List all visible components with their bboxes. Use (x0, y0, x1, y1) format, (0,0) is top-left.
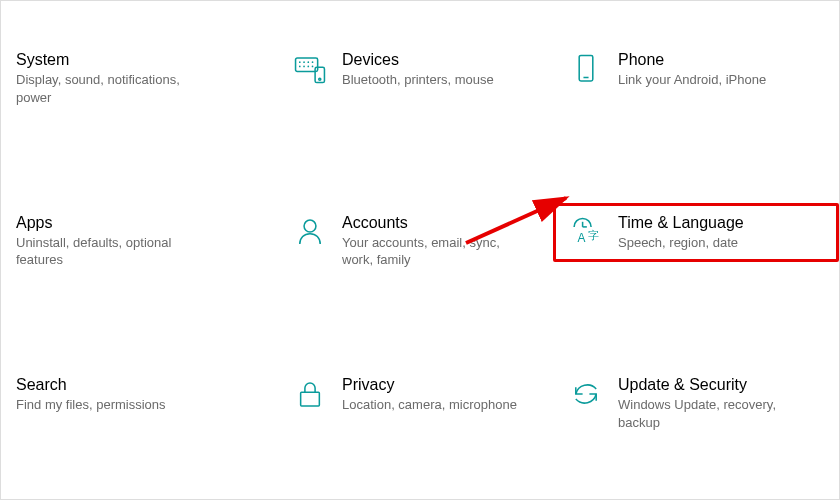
svg-point-3 (307, 61, 309, 63)
settings-subtitle: Location, camera, microphone (342, 396, 517, 414)
time-language-icon: A字 (568, 214, 604, 250)
settings-title: Devices (342, 51, 494, 69)
svg-point-1 (299, 61, 301, 63)
svg-point-6 (303, 66, 305, 68)
settings-subtitle: Speech, region, date (618, 234, 744, 252)
settings-title: Phone (618, 51, 766, 69)
svg-point-5 (299, 66, 301, 68)
settings-title: Privacy (342, 376, 517, 394)
settings-item-privacy[interactable]: Privacy Location, camera, microphone (292, 376, 548, 414)
settings-item-time-language[interactable]: A字 Time & Language Speech, region, date (553, 203, 839, 263)
sync-icon (568, 376, 604, 412)
svg-point-13 (304, 220, 316, 232)
keyboard-icon (292, 51, 328, 87)
settings-item-devices[interactable]: Devices Bluetooth, printers, mouse (292, 51, 548, 89)
settings-subtitle: Uninstall, defaults, optional features (16, 234, 206, 269)
svg-rect-0 (296, 58, 318, 72)
settings-subtitle: Display, sound, notifications, power (16, 71, 206, 106)
svg-text:A: A (578, 231, 586, 245)
settings-title: Update & Security (618, 376, 808, 394)
settings-title: Time & Language (618, 214, 744, 232)
settings-title: Apps (16, 214, 206, 232)
svg-point-7 (307, 66, 309, 68)
settings-item-phone[interactable]: Phone Link your Android, iPhone (568, 51, 824, 89)
settings-subtitle: Your accounts, email, sync, work, family (342, 234, 532, 269)
svg-point-8 (312, 66, 314, 68)
settings-title: System (16, 51, 206, 69)
svg-point-2 (303, 61, 305, 63)
settings-item-update-security[interactable]: Update & Security Windows Update, recove… (568, 376, 824, 431)
settings-subtitle: Bluetooth, printers, mouse (342, 71, 494, 89)
phone-icon (568, 51, 604, 87)
settings-item-search[interactable]: Search Find my files, permissions (16, 376, 272, 414)
settings-title: Accounts (342, 214, 532, 232)
settings-subtitle: Link your Android, iPhone (618, 71, 766, 89)
settings-subtitle: Find my files, permissions (16, 396, 166, 414)
lock-icon (292, 376, 328, 412)
svg-point-10 (319, 78, 321, 80)
settings-title: Search (16, 376, 166, 394)
settings-subtitle: Windows Update, recovery, backup (618, 396, 808, 431)
svg-point-4 (312, 61, 314, 63)
settings-item-system[interactable]: System Display, sound, notifications, po… (16, 51, 272, 106)
svg-rect-18 (301, 393, 320, 407)
svg-text:字: 字 (588, 228, 599, 240)
settings-item-apps[interactable]: Apps Uninstall, defaults, optional featu… (16, 214, 272, 269)
person-icon (292, 214, 328, 250)
settings-item-accounts[interactable]: Accounts Your accounts, email, sync, wor… (292, 214, 548, 269)
settings-grid: System Display, sound, notifications, po… (1, 1, 839, 499)
